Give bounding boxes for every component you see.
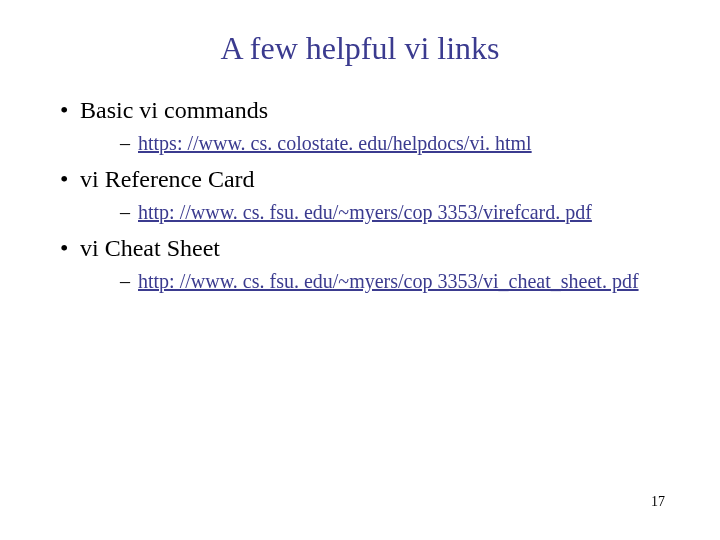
link-colostate[interactable]: https: //www. cs. colostate. edu/helpdoc… — [138, 132, 532, 154]
bullet-item-basic: Basic vi commands https: //www. cs. colo… — [60, 97, 660, 156]
link-refcard[interactable]: http: //www. cs. fsu. edu/~myers/cop 335… — [138, 201, 592, 223]
sub-item-link: https: //www. cs. colostate. edu/helpdoc… — [120, 130, 660, 156]
sub-list: http: //www. cs. fsu. edu/~myers/cop 335… — [120, 199, 660, 225]
sub-list: http: //www. cs. fsu. edu/~myers/cop 335… — [120, 268, 660, 294]
bullet-item-cheatsheet: vi Cheat Sheet http: //www. cs. fsu. edu… — [60, 235, 660, 294]
bullet-label: vi Reference Card — [80, 166, 255, 192]
bullet-label: Basic vi commands — [80, 97, 268, 123]
bullet-item-refcard: vi Reference Card http: //www. cs. fsu. … — [60, 166, 660, 225]
sub-list: https: //www. cs. colostate. edu/helpdoc… — [120, 130, 660, 156]
page-number: 17 — [651, 494, 665, 510]
slide-title: A few helpful vi links — [60, 30, 660, 67]
sub-item-link: http: //www. cs. fsu. edu/~myers/cop 335… — [120, 199, 660, 225]
sub-item-link: http: //www. cs. fsu. edu/~myers/cop 335… — [120, 268, 660, 294]
link-cheatsheet[interactable]: http: //www. cs. fsu. edu/~myers/cop 335… — [138, 270, 639, 292]
bullet-label: vi Cheat Sheet — [80, 235, 220, 261]
main-bullet-list: Basic vi commands https: //www. cs. colo… — [60, 97, 660, 294]
